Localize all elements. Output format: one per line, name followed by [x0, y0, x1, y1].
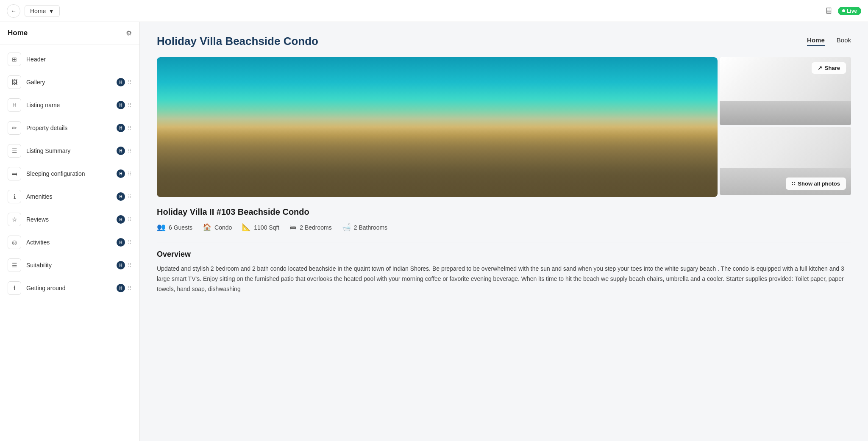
show-all-label: Show all photos	[798, 180, 840, 187]
drag-handle-amenities[interactable]: ⠿	[128, 194, 132, 200]
h-badge-amenities: H	[117, 192, 125, 201]
sidebar-item-amenities[interactable]: ℹAmenitiesH⠿	[0, 185, 139, 208]
sidebar-item-sleeping-configuration[interactable]: 🛏Sleeping configurationH⠿	[0, 162, 139, 185]
sidebar-label-getting-around: Getting around	[26, 285, 111, 291]
sidebar-item-getting-around[interactable]: ℹGetting aroundH⠿	[0, 277, 139, 300]
beach-aerial-image	[157, 57, 718, 197]
sidebar-actions-suitability: H⠿	[117, 261, 132, 269]
h-badge-activities: H	[117, 238, 125, 247]
share-button[interactable]: ↗ Share	[812, 62, 846, 74]
stat-icon-guests: 👥	[157, 223, 166, 232]
sidebar-label-property-details: Property details	[26, 125, 111, 131]
drag-handle-activities[interactable]: ⠿	[128, 239, 132, 246]
sidebar-icon-header: ⊞	[8, 53, 21, 66]
sidebar-label-sleeping-configuration: Sleeping configuration	[26, 170, 111, 177]
sidebar-item-property-details[interactable]: ✏Property detailsH⠿	[0, 116, 139, 139]
stat-icon-bathrooms: 🛁	[342, 223, 351, 232]
drag-handle-listing-summary[interactable]: ⠿	[128, 148, 132, 154]
overview-title: Overview	[157, 250, 851, 259]
nav-item-home[interactable]: Home	[807, 36, 825, 46]
h-badge-reviews: H	[117, 215, 125, 224]
drag-handle-property-details[interactable]: ⠿	[128, 125, 132, 131]
sidebar-icon-gallery: 🖼	[8, 75, 21, 89]
sidebar-label-header: Header	[26, 56, 132, 63]
sidebar-item-suitability[interactable]: ☰SuitabilityH⠿	[0, 254, 139, 277]
sidebar-icon-activities: ◎	[8, 236, 21, 249]
listing-stats: 👥6 Guests🏠Condo📐1100 Sqft🛏2 Bedrooms🛁2 B…	[157, 223, 851, 232]
sidebar-label-suitability: Suitability	[26, 262, 111, 269]
sidebar-actions-getting-around: H⠿	[117, 284, 132, 292]
stat-icon-type: 🏠	[203, 223, 211, 232]
sidebar-icon-sleeping-configuration: 🛏	[8, 167, 21, 180]
monitor-icon: 🖥	[824, 6, 833, 16]
sidebar-label-activities: Activities	[26, 239, 111, 246]
drag-handle-listing-name[interactable]: ⠿	[128, 102, 132, 108]
sidebar-item-gallery[interactable]: 🖼GalleryH⠿	[0, 71, 139, 94]
topbar-right: 🖥 Live	[824, 6, 861, 16]
live-label: Live	[847, 8, 857, 14]
back-button[interactable]: ←	[7, 4, 20, 18]
sidebar-item-reviews[interactable]: ☆ReviewsH⠿	[0, 208, 139, 231]
chevron-down-icon: ▼	[48, 8, 54, 14]
gear-button[interactable]: ⚙	[126, 29, 132, 37]
sidebar-items: ⊞Header🖼GalleryH⠿HListing nameH⠿✏Propert…	[0, 44, 139, 303]
drag-handle-sleeping-configuration[interactable]: ⠿	[128, 171, 132, 177]
stat-value-bedrooms: 2 Bedrooms	[300, 224, 331, 231]
sidebar-item-listing-summary[interactable]: ☰Listing SummaryH⠿	[0, 139, 139, 162]
sidebar-icon-property-details: ✏	[8, 121, 21, 135]
drag-handle-getting-around[interactable]: ⠿	[128, 285, 132, 291]
sidebar-actions-listing-summary: H⠿	[117, 147, 132, 155]
overview-text: Updated and stylish 2 bedroom and 2 bath…	[157, 264, 851, 294]
sidebar-title: Home	[8, 29, 28, 37]
home-dropdown[interactable]: Home ▼	[25, 5, 60, 17]
sidebar-actions-listing-name: H⠿	[117, 101, 132, 109]
drag-handle-reviews[interactable]: ⠿	[128, 216, 132, 223]
stat-icon-bedrooms: 🛏	[289, 223, 297, 232]
gear-icon: ⚙	[126, 30, 132, 37]
stat-value-guests: 6 Guests	[169, 224, 192, 231]
topbar-left: ← Home ▼	[7, 4, 60, 18]
content-area: Holiday Villa Beachside Condo Home Book …	[140, 22, 868, 441]
sidebar-label-listing-summary: Listing Summary	[26, 147, 111, 154]
sidebar-icon-listing-name: H	[8, 98, 21, 112]
sidebar-item-activities[interactable]: ◎ActivitiesH⠿	[0, 231, 139, 254]
sidebar-label-gallery: Gallery	[26, 79, 111, 86]
nav-item-book[interactable]: Book	[837, 36, 851, 46]
stat-icon-sqft: 📐	[242, 223, 251, 232]
sidebar-actions-reviews: H⠿	[117, 215, 132, 224]
stat-value-sqft: 1100 Sqft	[254, 224, 279, 231]
stat-guests: 👥6 Guests	[157, 223, 192, 232]
sidebar-actions-amenities: H⠿	[117, 192, 132, 201]
listing-name: Holiday Villa II #103 Beachside Condo	[157, 207, 851, 217]
sidebar-actions-property-details: H⠿	[117, 124, 132, 132]
stat-value-bathrooms: 2 Bathrooms	[354, 224, 387, 231]
sidebar-item-header[interactable]: ⊞Header	[0, 48, 139, 71]
h-badge-property-details: H	[117, 124, 125, 132]
page-title: Holiday Villa Beachside Condo	[157, 35, 318, 48]
sidebar-actions-gallery: H⠿	[117, 78, 132, 86]
stats-divider	[157, 242, 851, 242]
gallery-side: ↗ Share ∷ Show all photos	[720, 57, 851, 197]
sidebar-actions-activities: H⠿	[117, 238, 132, 247]
h-badge-suitability: H	[117, 261, 125, 269]
gallery-side-top-image: ↗ Share	[720, 57, 851, 125]
stat-type: 🏠Condo	[203, 223, 232, 232]
drag-handle-gallery[interactable]: ⠿	[128, 79, 132, 86]
sidebar-icon-amenities: ℹ	[8, 190, 21, 203]
page-header: Holiday Villa Beachside Condo Home Book	[157, 35, 851, 48]
sidebar-icon-getting-around: ℹ	[8, 281, 21, 295]
page-nav: Home Book	[807, 36, 851, 46]
share-icon: ↗	[818, 65, 822, 71]
show-all-photos-button[interactable]: ∷ Show all photos	[786, 178, 846, 190]
h-badge-gallery: H	[117, 78, 125, 86]
drag-handle-suitability[interactable]: ⠿	[128, 262, 132, 269]
live-dot	[842, 9, 845, 12]
sidebar-item-listing-name[interactable]: HListing nameH⠿	[0, 94, 139, 116]
sidebar-icon-suitability: ☰	[8, 258, 21, 272]
sidebar: Home ⚙ ⊞Header🖼GalleryH⠿HListing nameH⠿✏…	[0, 22, 140, 441]
stat-bedrooms: 🛏2 Bedrooms	[289, 223, 331, 232]
gallery-main	[157, 57, 718, 197]
gallery-side-bottom-image: ∷ Show all photos	[720, 127, 851, 195]
back-icon: ←	[11, 8, 17, 14]
topbar: ← Home ▼ 🖥 Live	[0, 0, 868, 22]
